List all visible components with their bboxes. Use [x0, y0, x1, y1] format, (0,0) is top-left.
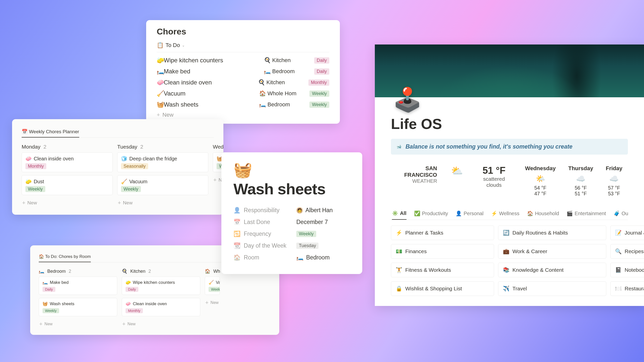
chore-row[interactable]: 🧺 Wash sheets 🛏️Bedroom Weekly: [157, 99, 329, 110]
tab-icon: ✅: [414, 210, 420, 216]
link-label: Notebook: [625, 267, 644, 273]
category-tab[interactable]: 🏠Household: [527, 208, 559, 220]
tab-icon: 🧳: [614, 210, 620, 216]
category-tab[interactable]: 🎬Entertainment: [567, 208, 606, 220]
link-icon: 🏋️: [396, 267, 402, 273]
chore-detail-icon: 🧺: [233, 162, 350, 177]
property-row[interactable]: 🏠Room 🛏️Bedroom: [233, 252, 350, 263]
new-task-button[interactable]: + New: [205, 298, 220, 307]
planner-tabs: 📅 Weekly Chores Planner: [22, 127, 214, 138]
task-title: Clean inside oven: [34, 156, 74, 162]
task-card[interactable]: 🧺Wash sheets Weekly: [39, 298, 117, 316]
dashboard-link[interactable]: 🔄 Daily Routines & Habits: [498, 225, 606, 240]
new-chore-button[interactable]: + New: [157, 110, 329, 118]
task-icon: 🛏️: [43, 280, 48, 285]
link-icon: 🔄: [503, 230, 509, 236]
property-row[interactable]: 👤Responsibility 🧑Albert Han: [233, 204, 350, 216]
dashboard-link[interactable]: 🔍 Recipes &: [610, 244, 644, 259]
task-icon: 🧹: [121, 178, 127, 185]
tab-chores-by-room[interactable]: 🏠 To Do: Chores by Room: [39, 252, 91, 262]
property-row[interactable]: 📅Last Done December 7: [233, 216, 350, 228]
new-task-button[interactable]: + New: [122, 319, 200, 329]
dashboard-link[interactable]: 📓 Notebook: [610, 263, 644, 277]
dashboard-link[interactable]: 💵 Finances: [391, 244, 494, 259]
plus-icon: +: [118, 200, 121, 206]
dashboard-link[interactable]: 💼 Work & Career: [498, 244, 606, 259]
whale-icon: 🐋: [396, 144, 401, 149]
task-title: Dust: [34, 179, 44, 185]
category-tab[interactable]: ✳️All: [392, 208, 407, 220]
chore-row[interactable]: 🧼 Clean inside oven 🍳Kitchen Monthly: [157, 77, 329, 88]
new-task-button[interactable]: + New: [117, 198, 208, 208]
dashboard-link[interactable]: 🍽️ Restauran: [610, 281, 644, 296]
tab-label: Productivity: [422, 211, 448, 216]
task-card[interactable]: 🧽Wipe kitchen counters Daily: [122, 277, 200, 295]
home-icon: 🏠: [39, 254, 44, 259]
link-icon: 📓: [615, 267, 622, 273]
chore-name: Vacuum: [164, 90, 259, 97]
chore-row[interactable]: 🧹 Vacuum 🏠Whole Hom Weekly: [157, 88, 329, 99]
frequency-pill: Monthly: [308, 79, 329, 86]
property-icon: 🏠: [233, 254, 241, 261]
dashboard-link[interactable]: 🏋️ Fitness & Workouts: [391, 263, 494, 277]
weather-now: 51 °F scattered clouds: [477, 165, 511, 188]
quote-text: Balance is not something you find, it's …: [406, 143, 573, 150]
link-label: Journal &: [625, 230, 644, 236]
dashboard-link[interactable]: ✈️ Travel: [498, 281, 606, 296]
property-row[interactable]: 📆Day of the Week Tuesday: [233, 240, 350, 252]
chore-row[interactable]: 🛏️ Make bed 🛏️Bedroom Daily: [157, 66, 329, 77]
category-tab[interactable]: 🧳Out & About: [614, 208, 628, 220]
chore-room: 🛏️Bedroom: [264, 68, 314, 75]
task-card[interactable]: 🧽Dust Weekly: [22, 175, 113, 195]
room-icon: 🛏️: [259, 101, 266, 108]
property-row[interactable]: 🔁Frequency Weekly: [233, 228, 350, 240]
category-tab[interactable]: ⚡Wellness: [491, 208, 519, 220]
task-card[interactable]: 🧹Vac Weekly: [205, 277, 220, 295]
tab-label: Personal: [464, 211, 484, 216]
frequency-pill: Daily: [314, 57, 329, 64]
tab-weekly-planner[interactable]: 📅 Weekly Chores Planner: [22, 127, 79, 138]
new-task-button[interactable]: + New: [22, 198, 113, 208]
column-header[interactable]: Tuesday 2: [117, 144, 208, 150]
forecast-low: 51 °F: [568, 191, 593, 197]
dashboard-link[interactable]: ⚡ Planner & Tasks: [391, 225, 494, 240]
task-card[interactable]: 🧼Clean inside oven Monthly: [122, 298, 200, 316]
column-header[interactable]: 🏠Who: [205, 268, 220, 274]
dashboard-link[interactable]: 📚 Knowledge & Content: [498, 263, 606, 277]
task-card[interactable]: 🧹Vacuum Weekly: [117, 175, 208, 195]
task-card[interactable]: 🧼Clean inside oven Monthly: [22, 152, 113, 172]
category-tab[interactable]: 👤Personal: [456, 208, 484, 220]
task-title: Vac: [216, 280, 220, 285]
forecast-day: Friday ☁️ 57 °F 53 °F: [606, 165, 622, 197]
frequency-pill: Weekly: [121, 186, 141, 192]
plus-icon: +: [22, 200, 25, 206]
chevron-down-icon: ⌄: [182, 43, 185, 47]
frequency-pill: Daily: [43, 287, 55, 292]
dashboard-link[interactable]: 🔒 Wishlist & Shopping List: [391, 281, 494, 296]
column-header[interactable]: 🛏️Bedroom 2: [39, 268, 117, 274]
lifeos-panel: 🕹️ Life OS 🐋 Balance is not something yo…: [375, 44, 644, 306]
frequency-pill: Weekly: [309, 90, 329, 97]
task-card[interactable]: 🧊Deep clean the fridge Seasonally: [117, 152, 208, 172]
category-tab[interactable]: ✅Productivity: [414, 208, 448, 220]
room-icon: 🍳: [264, 57, 271, 64]
task-icon: 🧼: [25, 156, 32, 162]
column-header[interactable]: Wed: [213, 144, 228, 150]
forecast-low: 53 °F: [606, 191, 622, 197]
link-label: Recipes &: [625, 248, 644, 254]
tab-icon: 🎬: [567, 210, 573, 216]
task-title: Vacuum: [129, 179, 147, 185]
chore-row[interactable]: 🧽 Wipe kitchen counters 🍳Kitchen Daily: [157, 55, 329, 66]
task-title: Clean inside oven: [133, 301, 167, 306]
task-card[interactable]: 🛏️Make bed Daily: [39, 277, 117, 295]
tab-icon: ⚡: [491, 210, 497, 216]
quote-callout: 🐋 Balance is not something you find, it'…: [391, 139, 628, 155]
dashboard-link[interactable]: 📝 Journal &: [610, 225, 644, 240]
column-header[interactable]: 🍳Kitchen 2: [122, 268, 200, 274]
weather-now-icon: ⛅: [451, 165, 463, 176]
column-header[interactable]: Monday 2: [22, 144, 113, 150]
room-icon: 🛏️: [296, 254, 304, 261]
view-dropdown[interactable]: 📋 To Do ⌄: [157, 41, 329, 52]
room-column: 🛏️Bedroom 2 🛏️Make bed Daily 🧺Wash sheet…: [39, 266, 117, 329]
new-task-button[interactable]: + New: [39, 319, 117, 329]
